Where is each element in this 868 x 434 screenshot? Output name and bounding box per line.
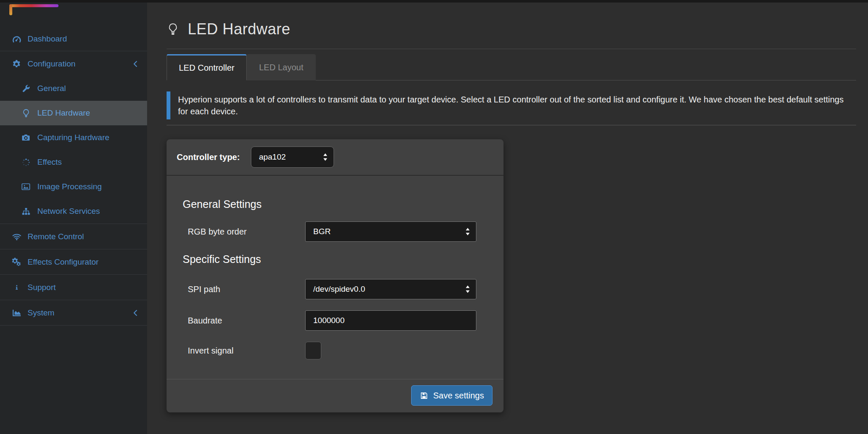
sitemap-icon	[20, 207, 32, 216]
section-heading-specific: Specific Settings	[183, 253, 481, 265]
led-controller-panel: Controller type: apa102 General Settings…	[167, 139, 504, 412]
controller-type-value: apa102	[259, 152, 286, 162]
sidebar-item-effects[interactable]: Effects	[0, 150, 147, 174]
sidebar-item-label: Remote Control	[28, 232, 84, 241]
tab-led-layout[interactable]: LED Layout	[247, 54, 316, 80]
spi-path-value: /dev/spidev0.0	[313, 285, 365, 294]
wifi-icon	[10, 232, 23, 242]
lightbulb-icon	[167, 20, 179, 39]
invert-signal-label: Invert signal	[183, 346, 305, 356]
hyperion-app: Dashboard Configuration General	[0, 3, 868, 434]
controller-type-label: Controller type:	[177, 152, 240, 162]
hyperion-logo-stub	[9, 4, 12, 15]
save-settings-button[interactable]: Save settings	[411, 385, 492, 406]
sidebar-divider	[0, 325, 147, 326]
form-row-baudrate: Baudrate	[183, 310, 481, 331]
sidebar-item-label: Dashboard	[28, 34, 67, 44]
hyperion-logo-bar	[9, 4, 58, 7]
tab-led-controller[interactable]: LED Controller	[167, 54, 247, 80]
chevron-left-icon	[131, 308, 140, 318]
sidebar-item-remote-control[interactable]: Remote Control	[0, 224, 147, 249]
info-callout-text: Hyperion supports a lot of controllers t…	[178, 95, 843, 116]
sidebar-item-label: System	[28, 308, 54, 318]
select-arrows-icon	[465, 227, 470, 236]
form-row-rgb-byte-order: RGB byte order BGR	[183, 221, 481, 242]
sidebar-item-label: Effects Configurator	[28, 257, 99, 267]
sidebar-item-dashboard[interactable]: Dashboard	[0, 27, 147, 51]
rgb-byte-order-label: RGB byte order	[183, 227, 305, 237]
tab-label: LED Layout	[259, 63, 303, 72]
save-icon	[420, 391, 428, 400]
spi-path-label: SPI path	[183, 285, 305, 294]
camera-icon	[20, 133, 32, 143]
sidebar-item-effects-configurator[interactable]: Effects Configurator	[0, 249, 147, 274]
hyperion-logo[interactable]	[0, 3, 147, 27]
sidebar-item-image-processing[interactable]: Image Processing	[0, 174, 147, 199]
tab-label: LED Controller	[179, 63, 234, 73]
spinner-icon	[20, 158, 32, 167]
panel-body: General Settings RGB byte order BGR Spec…	[167, 176, 504, 379]
form-row-spi-path: SPI path /dev/spidev0.0	[183, 279, 481, 299]
sidebar-item-support[interactable]: Support	[0, 274, 147, 300]
sidebar-item-led-hardware[interactable]: LED Hardware	[0, 101, 147, 125]
sidebar-item-label: Network Services	[37, 207, 100, 216]
sidebar-item-label: Support	[28, 283, 56, 292]
info-callout: Hyperion supports a lot of controllers t…	[167, 91, 856, 119]
sidebar-item-capturing-hardware[interactable]: Capturing Hardware	[0, 125, 147, 150]
select-arrows-icon	[465, 285, 470, 294]
sidebar-item-system[interactable]: System	[0, 300, 147, 325]
sidebar-item-configuration[interactable]: Configuration	[0, 51, 147, 76]
image-icon	[20, 182, 32, 192]
section-heading-general: General Settings	[183, 198, 481, 210]
sidebar: Dashboard Configuration General	[0, 3, 147, 434]
save-settings-label: Save settings	[433, 391, 484, 401]
controller-type-select[interactable]: apa102	[251, 147, 334, 168]
area-chart-icon	[10, 308, 23, 318]
wrench-icon	[20, 84, 32, 94]
info-icon	[10, 282, 23, 293]
select-arrows-icon	[323, 153, 328, 162]
sidebar-item-label: Capturing Hardware	[37, 133, 109, 142]
rgb-byte-order-select[interactable]: BGR	[305, 221, 476, 242]
baudrate-label: Baudrate	[183, 316, 305, 326]
chevron-left-icon	[131, 59, 140, 69]
sidebar-item-label: LED Hardware	[37, 108, 90, 118]
dashboard-icon	[10, 34, 23, 44]
configuration-submenu: General LED Hardware Capturing Hardware …	[0, 76, 147, 224]
form-row-invert-signal: Invert signal	[183, 342, 481, 359]
cogs-icon	[10, 257, 23, 267]
panel-footer: Save settings	[167, 379, 504, 412]
baudrate-input[interactable]	[305, 310, 476, 331]
tab-bar: LED Controller LED Layout	[167, 54, 856, 80]
spi-path-select[interactable]: /dev/spidev0.0	[305, 279, 476, 299]
callout-divider	[167, 125, 856, 125]
main-content: LED Hardware LED Controller LED Layout H…	[147, 3, 868, 434]
rgb-byte-order-value: BGR	[313, 227, 331, 236]
sidebar-item-label: Effects	[37, 158, 62, 167]
gear-icon	[10, 59, 23, 69]
page-header: LED Hardware	[167, 19, 856, 39]
sidebar-item-label: General	[37, 84, 66, 93]
panel-header: Controller type: apa102	[167, 139, 504, 176]
lightbulb-icon	[20, 108, 32, 119]
sidebar-item-label: Configuration	[28, 59, 75, 69]
invert-signal-checkbox[interactable]	[305, 342, 321, 359]
page-title: LED Hardware	[188, 20, 290, 38]
sidebar-item-network-services[interactable]: Network Services	[0, 199, 147, 224]
sidebar-item-general[interactable]: General	[0, 76, 147, 101]
header-divider	[167, 49, 856, 49]
sidebar-item-label: Image Processing	[37, 182, 102, 191]
